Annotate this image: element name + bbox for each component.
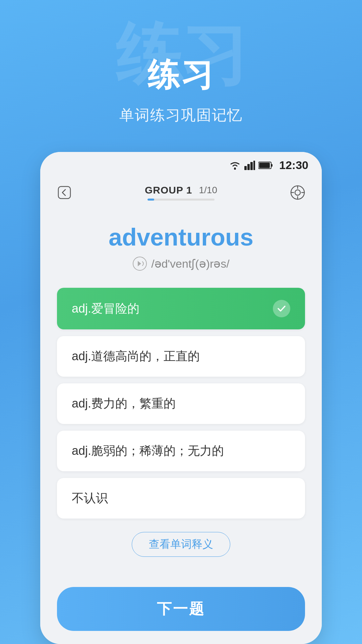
svg-rect-8 (58, 186, 70, 199)
svg-rect-4 (253, 161, 255, 170)
content-area: adventurous /əd'ventʃ(ə)rəs/ adj.爱冒险的 (40, 207, 322, 580)
header-section: 练习 单词练习巩固记忆 (119, 0, 243, 152)
svg-point-0 (234, 168, 236, 170)
option-text-4: adj.脆弱的；稀薄的；无力的 (72, 443, 224, 459)
option-item-5[interactable]: 不认识 (57, 478, 305, 519)
status-time: 12:30 (279, 159, 308, 172)
phone-card: 12:30 GROUP 1 1/10 (40, 152, 322, 644)
option-text-5: 不认识 (72, 490, 108, 506)
settings-button[interactable] (287, 182, 308, 203)
next-button[interactable]: 下一题 (57, 587, 305, 631)
nav-counter: 1/10 (199, 185, 218, 196)
svg-rect-2 (247, 164, 250, 170)
svg-rect-1 (244, 166, 247, 170)
option-item-1[interactable]: adj.爱冒险的 (57, 288, 305, 329)
phonetic-text: /əd'ventʃ(ə)rəs/ (151, 257, 230, 270)
page-subtitle: 单词练习巩固记忆 (119, 105, 243, 125)
svg-point-10 (295, 190, 300, 195)
option-item-2[interactable]: adj.道德高尚的，正直的 (57, 336, 305, 377)
progress-bar (147, 199, 215, 201)
page-title: 练习 (119, 54, 243, 97)
back-button[interactable] (54, 182, 75, 203)
progress-fill (147, 199, 154, 201)
options-list: adj.爱冒险的 adj.道德高尚的，正直的 adj.费力的，繁重的 adj.脆… (57, 288, 305, 519)
bottom-area: 下一题 (40, 580, 322, 644)
option-text-1: adj.爱冒险的 (72, 301, 139, 317)
view-definition: 查看单词释义 (57, 532, 305, 557)
sound-icon[interactable] (132, 256, 147, 271)
view-definition-button[interactable]: 查看单词释义 (132, 532, 230, 557)
battery-icon (258, 161, 273, 169)
word-english: adventurous (57, 223, 305, 251)
option-text-3: adj.费力的，繁重的 (72, 395, 176, 412)
status-bar: 12:30 (40, 152, 322, 175)
signal-icon (244, 161, 255, 170)
nav-center: GROUP 1 1/10 (145, 184, 217, 201)
svg-rect-3 (250, 162, 253, 170)
word-phonetic: /əd'ventʃ(ə)rəs/ (57, 256, 305, 271)
option-item-3[interactable]: adj.费力的，繁重的 (57, 383, 305, 424)
wifi-icon (229, 161, 241, 170)
word-display: adventurous /əd'ventʃ(ə)rəs/ (57, 223, 305, 271)
check-icon (273, 300, 290, 317)
option-text-2: adj.道德高尚的，正直的 (72, 348, 200, 365)
status-icons: 12:30 (229, 159, 308, 172)
svg-rect-7 (259, 163, 270, 168)
svg-rect-6 (271, 164, 273, 167)
option-item-4[interactable]: adj.脆弱的；稀薄的；无力的 (57, 431, 305, 471)
top-nav: GROUP 1 1/10 (40, 175, 322, 207)
group-title: GROUP 1 (145, 184, 192, 196)
